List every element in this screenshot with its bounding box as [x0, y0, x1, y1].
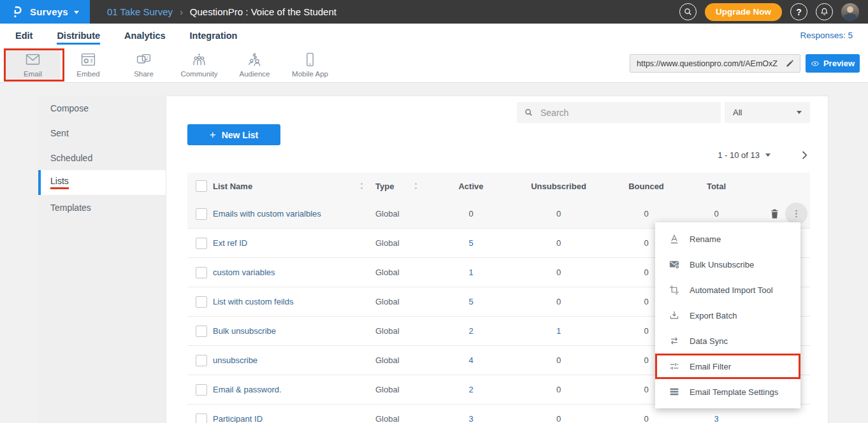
delete-list-button[interactable]	[769, 208, 781, 220]
bell-icon	[820, 7, 829, 17]
row-checkbox[interactable]	[196, 296, 207, 308]
active-count[interactable]: 2	[430, 385, 512, 394]
list-type: Global	[375, 414, 430, 423]
new-list-label: New List	[222, 130, 259, 140]
surveys-menu[interactable]: Surveys	[0, 0, 90, 24]
preview-label: Preview	[823, 59, 855, 68]
email-sidebar: ComposeSentScheduledListsTemplates	[38, 96, 166, 423]
responses-count[interactable]: Responses: 5	[800, 31, 853, 40]
nav-tab-integration[interactable]: Integration	[190, 31, 238, 41]
survey-url-box	[630, 54, 800, 73]
nav-tabs: EditDistributeAnalyticsIntegration	[15, 31, 261, 41]
menu-item-automated-import-tool[interactable]: Automated Import Tool	[655, 277, 800, 303]
unsubscribed-count: 0	[512, 355, 605, 365]
tool-audience[interactable]: Audience	[227, 48, 282, 82]
list-name-link[interactable]: Emails with custom varialbles	[213, 209, 321, 219]
list-name-link[interactable]: List with custom feilds	[213, 297, 293, 306]
list-search-box	[517, 102, 721, 123]
nav-tab-edit[interactable]: Edit	[15, 31, 33, 41]
list-name-link[interactable]: unsubscribe	[213, 355, 257, 365]
list-name-link[interactable]: Ext ref ID	[213, 238, 247, 248]
select-all-checkbox[interactable]	[196, 180, 207, 192]
list-name-link[interactable]: Participant ID	[213, 414, 263, 423]
row-checkbox[interactable]	[196, 267, 207, 278]
list-name-link[interactable]: custom variables	[213, 268, 275, 277]
help-button[interactable]: ?	[790, 3, 807, 20]
tool-embed[interactable]: Embed	[61, 48, 116, 82]
automated-import-icon	[669, 284, 680, 296]
notifications-button[interactable]	[816, 3, 833, 20]
trash-icon	[769, 208, 781, 220]
active-count[interactable]: 5	[430, 297, 512, 306]
sidebar-item-scheduled[interactable]: Scheduled	[38, 145, 166, 170]
total-count[interactable]: 3	[688, 414, 745, 423]
column-type: Type	[375, 182, 394, 191]
mobile-app-icon	[302, 52, 318, 68]
breadcrumb-separator: ›	[180, 7, 183, 17]
unsubscribed-count[interactable]: 1	[512, 326, 605, 336]
row-checkbox[interactable]	[196, 384, 207, 396]
row-checkbox[interactable]	[196, 355, 207, 366]
sidebar-item-templates[interactable]: Templates	[38, 195, 166, 220]
chevron-down-icon[interactable]	[765, 154, 770, 157]
row-context-menu: Rename Bulk Unsubscribe Automated Import…	[655, 222, 800, 408]
sort-icon[interactable]	[412, 182, 419, 190]
list-search-input[interactable]	[539, 107, 714, 118]
avatar[interactable]	[841, 3, 859, 21]
email-icon	[25, 52, 41, 68]
menu-item-export-batch[interactable]: Export Batch	[655, 303, 800, 328]
sidebar-item-sent[interactable]: Sent	[38, 120, 166, 145]
list-type: Global	[375, 355, 430, 365]
active-count[interactable]: 5	[430, 238, 512, 248]
row-checkbox[interactable]	[196, 238, 207, 249]
list-type: Global	[375, 238, 430, 248]
menu-item-bulk-unsubscribe[interactable]: Bulk Unsubscribe	[655, 252, 800, 277]
list-type: Global	[375, 297, 430, 306]
unsubscribed-count: 0	[512, 238, 605, 248]
row-checkbox[interactable]	[196, 208, 207, 220]
tool-community[interactable]: Community	[171, 48, 227, 82]
active-count[interactable]: 4	[430, 355, 512, 365]
eye-icon	[811, 59, 820, 68]
table-header: List Name Type Active Unsubscribed Bounc…	[187, 173, 810, 199]
plus-icon: +	[210, 129, 216, 141]
tool-mobile-app[interactable]: Mobile App	[282, 48, 338, 82]
edit-pencil-icon[interactable]	[785, 59, 795, 68]
upgrade-now-button[interactable]: Upgrade Now	[705, 3, 782, 21]
sidebar-item-compose[interactable]: Compose	[38, 96, 166, 120]
sidebar-item-lists[interactable]: Lists	[38, 170, 166, 195]
pagination-range[interactable]: 1 - 10 of 13	[718, 150, 760, 160]
filter-dropdown[interactable]: All	[725, 102, 810, 123]
menu-item-email-template-settings[interactable]: Email Template Settings	[655, 379, 800, 405]
list-name-link[interactable]: Email & password.	[213, 385, 282, 394]
active-count[interactable]: 3	[430, 414, 512, 423]
preview-button[interactable]: Preview	[806, 54, 860, 73]
menu-item-rename[interactable]: Rename	[655, 226, 800, 252]
menu-item-email-filter[interactable]: Email Filter	[655, 354, 800, 379]
row-checkbox[interactable]	[196, 326, 207, 337]
unsubscribed-count: 0	[512, 414, 605, 423]
row-menu-button[interactable]	[785, 203, 807, 225]
tool-share[interactable]: Share	[116, 48, 171, 82]
search-button[interactable]	[679, 3, 697, 20]
column-total: Total	[688, 182, 745, 191]
total-count: 0	[688, 209, 745, 219]
tool-email[interactable]: Email	[5, 48, 61, 82]
active-count[interactable]: 1	[430, 268, 512, 277]
unsubscribed-count: 0	[512, 209, 605, 219]
column-unsubscribed: Unsubscribed	[512, 182, 605, 191]
row-checkbox[interactable]	[196, 413, 207, 423]
survey-url-input[interactable]	[635, 59, 785, 69]
export-batch-icon	[669, 310, 680, 321]
active-count[interactable]: 2	[430, 326, 512, 336]
breadcrumb-survey-link[interactable]: 01 Take Survey	[107, 6, 173, 17]
sort-icon[interactable]	[358, 182, 365, 190]
embed-icon	[80, 52, 96, 68]
new-list-button[interactable]: + New List	[187, 124, 280, 145]
menu-item-data-sync[interactable]: Data Sync	[655, 328, 800, 354]
nav-tab-analytics[interactable]: Analytics	[124, 31, 165, 41]
nav-tab-distribute[interactable]: Distribute	[57, 31, 100, 41]
list-type: Global	[375, 209, 430, 219]
next-page-button[interactable]	[799, 150, 810, 161]
list-name-link[interactable]: Bulk unsubscribe	[213, 326, 276, 336]
